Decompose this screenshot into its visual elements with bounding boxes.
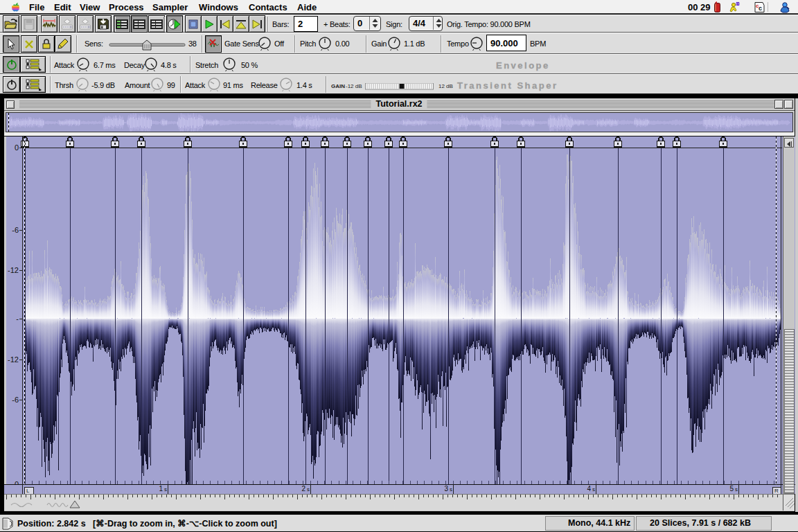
svg-text:5: 5 xyxy=(729,485,734,493)
svg-text:-12: -12 xyxy=(8,355,19,364)
svg-text:s: s xyxy=(164,486,167,493)
svg-text:0: 0 xyxy=(15,143,19,152)
svg-text:s: s xyxy=(735,486,738,493)
svg-text:-12: -12 xyxy=(8,266,19,274)
svg-text:3: 3 xyxy=(444,485,448,493)
svg-text:4: 4 xyxy=(587,485,591,493)
svg-text:s: s xyxy=(450,486,452,493)
svg-text:-6: -6 xyxy=(12,226,19,234)
svg-text:2: 2 xyxy=(301,485,305,493)
svg-text:-6: -6 xyxy=(12,396,19,404)
svg-text:R: R xyxy=(774,488,779,494)
svg-text:1: 1 xyxy=(159,485,163,493)
svg-text:s: s xyxy=(592,486,595,493)
svg-text:s: s xyxy=(307,486,310,493)
svg-text:-: - xyxy=(16,314,19,323)
svg-text:L: L xyxy=(26,488,30,494)
svg-text:c: c xyxy=(759,5,762,12)
